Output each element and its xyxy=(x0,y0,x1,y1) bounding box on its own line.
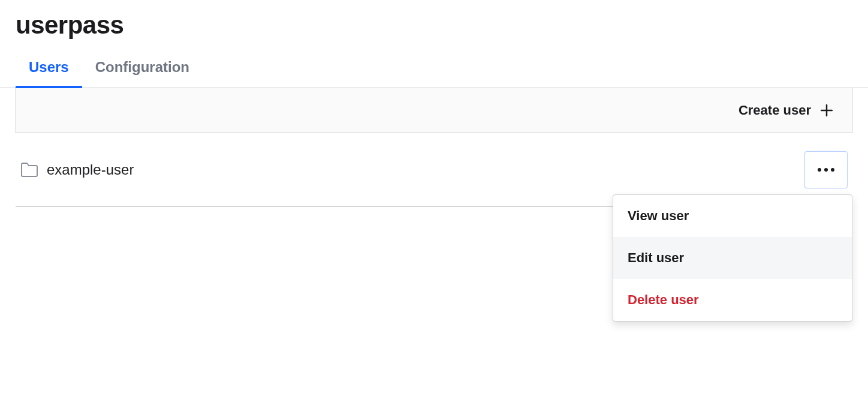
more-icon xyxy=(818,168,834,172)
toolbar: Create user xyxy=(16,88,852,133)
list-item-content: example-user xyxy=(20,161,134,178)
menu-view-user[interactable]: View user xyxy=(613,195,852,237)
folder-icon xyxy=(20,162,38,178)
page-title: userpass xyxy=(0,0,868,40)
actions-dropdown: View user Edit user Delete user xyxy=(613,194,852,322)
tab-configuration[interactable]: Configuration xyxy=(82,59,203,88)
user-name: example-user xyxy=(47,161,134,178)
menu-delete-user[interactable]: Delete user xyxy=(613,279,852,321)
user-list: example-user View user Edit user Delete … xyxy=(16,133,852,207)
create-user-label: Create user xyxy=(739,103,811,118)
tab-users[interactable]: Users xyxy=(16,59,82,88)
list-item[interactable]: example-user View user Edit user Delete … xyxy=(16,133,852,207)
tabs: Users Configuration xyxy=(0,40,868,88)
more-actions-button[interactable] xyxy=(804,151,848,188)
create-user-button[interactable]: Create user xyxy=(739,103,833,118)
plus-icon xyxy=(821,104,833,116)
menu-edit-user[interactable]: Edit user xyxy=(613,237,852,279)
